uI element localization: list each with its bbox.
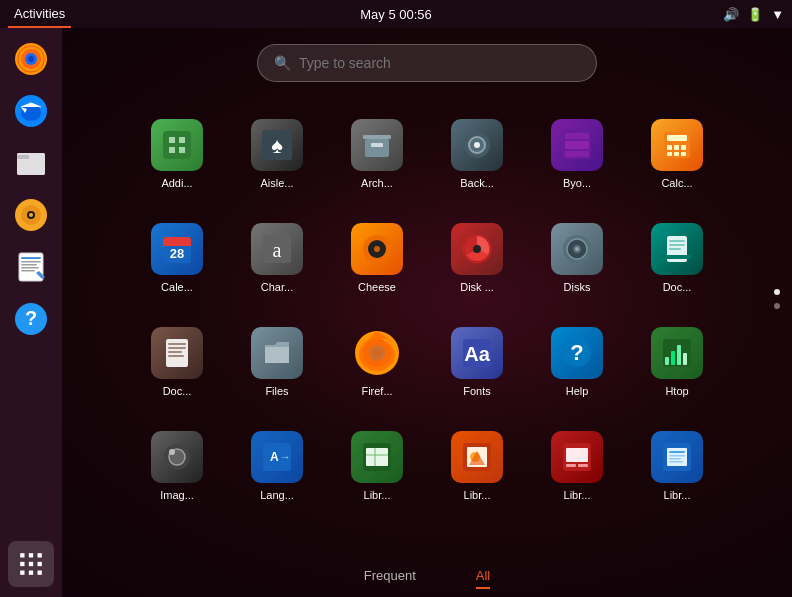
- svg-rect-91: [665, 357, 669, 365]
- svg-rect-17: [21, 261, 41, 263]
- svg-rect-32: [163, 131, 191, 159]
- firefox2-icon: [351, 327, 403, 379]
- thunderbird-icon: [13, 93, 49, 129]
- tab-frequent[interactable]: Frequent: [364, 568, 416, 589]
- svg-rect-34: [179, 137, 185, 143]
- app-language[interactable]: A→ Lang...: [229, 414, 325, 514]
- svg-rect-33: [169, 137, 175, 143]
- app-byobu[interactable]: Byo...: [529, 102, 625, 202]
- libreoffice-draw-icon: [451, 431, 503, 483]
- writer-icon: [13, 249, 49, 285]
- app-archive[interactable]: Arch...: [329, 102, 425, 202]
- sidebar: ?: [0, 28, 62, 597]
- app-libreoffice-draw[interactable]: Libr...: [429, 414, 525, 514]
- search-input[interactable]: [299, 55, 580, 71]
- app-calc[interactable]: Calc...: [629, 102, 725, 202]
- app-label: Arch...: [361, 177, 393, 189]
- app-diskusage[interactable]: Disk ...: [429, 206, 525, 306]
- app-htop[interactable]: Htop: [629, 310, 725, 410]
- svg-rect-9: [17, 157, 45, 175]
- svg-rect-54: [667, 152, 672, 156]
- svg-rect-39: [363, 135, 391, 139]
- search-bar[interactable]: 🔍: [257, 44, 597, 82]
- files-icon: [13, 145, 49, 181]
- disks-icon: [551, 223, 603, 275]
- app-label: Imag...: [160, 489, 194, 501]
- byobu-icon: [551, 119, 603, 171]
- app-label: Files: [265, 385, 288, 397]
- docviewer-icon: [151, 327, 203, 379]
- svg-point-3: [28, 56, 34, 62]
- svg-point-44: [474, 142, 480, 148]
- app-label: Char...: [261, 281, 293, 293]
- svg-rect-81: [168, 355, 184, 357]
- app-grid: Addi... ♠ Aisle... Arch... Back... Byo..…: [129, 102, 725, 558]
- search-icon: 🔍: [274, 55, 291, 71]
- app-files[interactable]: Files: [229, 310, 325, 410]
- app-characters[interactable]: a Char...: [229, 206, 325, 306]
- svg-rect-29: [20, 571, 24, 575]
- svg-point-5: [21, 105, 41, 121]
- app-label: Libr...: [664, 489, 691, 501]
- app-calendar[interactable]: 28 Cale...: [129, 206, 225, 306]
- svg-rect-20: [21, 270, 35, 272]
- app-imageviewer[interactable]: Imag...: [129, 414, 225, 514]
- app-libreoffice-impress[interactable]: Libr...: [529, 414, 625, 514]
- svg-rect-102: [366, 448, 388, 466]
- app-libreoffice-calc[interactable]: Libr...: [329, 414, 425, 514]
- rhythmbox-icon: [13, 197, 49, 233]
- app-backup[interactable]: Back...: [429, 102, 525, 202]
- app-label: Libr...: [464, 489, 491, 501]
- backup-icon: [451, 119, 503, 171]
- svg-rect-74: [669, 244, 685, 246]
- app-label: Disk ...: [460, 281, 494, 293]
- svg-rect-117: [669, 461, 683, 463]
- svg-rect-16: [21, 257, 41, 259]
- app-document-scanner[interactable]: Doc...: [629, 206, 725, 306]
- sidebar-item-thunderbird[interactable]: [8, 88, 54, 134]
- topbar-datetime: May 5 00:56: [360, 7, 432, 22]
- app-firefox[interactable]: Firef...: [329, 310, 425, 410]
- app-disks[interactable]: Disks: [529, 206, 625, 306]
- svg-rect-36: [179, 147, 185, 153]
- svg-rect-79: [168, 347, 186, 349]
- app-label: Aisle...: [260, 177, 293, 189]
- sidebar-item-writer[interactable]: [8, 244, 54, 290]
- svg-rect-52: [674, 145, 679, 150]
- menu-arrow-icon[interactable]: ▼: [771, 7, 784, 22]
- app-libreoffice-writer[interactable]: Libr...: [629, 414, 725, 514]
- app-label: Disks: [564, 281, 591, 293]
- svg-text:A: A: [270, 450, 279, 464]
- svg-rect-93: [677, 345, 681, 365]
- svg-text:→: →: [279, 450, 291, 464]
- battery-icon: 🔋: [747, 7, 763, 22]
- svg-rect-28: [38, 562, 42, 566]
- app-cheese[interactable]: Cheese: [329, 206, 425, 306]
- sidebar-grid-button[interactable]: [8, 541, 54, 587]
- libreoffice-impress-icon: [551, 431, 603, 483]
- sidebar-item-rhythmbox[interactable]: [8, 192, 54, 238]
- svg-rect-111: [578, 464, 588, 467]
- app-help[interactable]: ? Help: [529, 310, 625, 410]
- svg-text:?: ?: [570, 340, 583, 365]
- sound-icon[interactable]: 🔊: [723, 7, 739, 22]
- app-additives[interactable]: Addi...: [129, 102, 225, 202]
- sidebar-item-help[interactable]: ?: [8, 296, 54, 342]
- bottom-tabs: Frequent All: [364, 568, 491, 589]
- activities-button[interactable]: Activities: [8, 0, 71, 28]
- app-docviewer[interactable]: Doc...: [129, 310, 225, 410]
- svg-rect-109: [566, 448, 588, 462]
- sidebar-item-files[interactable]: [8, 140, 54, 186]
- calc-icon: [651, 119, 703, 171]
- characters-icon: a: [251, 223, 303, 275]
- diskusage-icon: [451, 223, 503, 275]
- additives-icon: [151, 119, 203, 171]
- sidebar-item-firefox[interactable]: [8, 36, 54, 82]
- scroll-dots: [774, 289, 780, 309]
- grid-icon: [18, 551, 44, 577]
- svg-rect-114: [669, 451, 685, 453]
- tab-all[interactable]: All: [476, 568, 490, 589]
- app-label: Firef...: [361, 385, 392, 397]
- app-aisle[interactable]: ♠ Aisle...: [229, 102, 325, 202]
- app-fonts[interactable]: Aa Fonts: [429, 310, 525, 410]
